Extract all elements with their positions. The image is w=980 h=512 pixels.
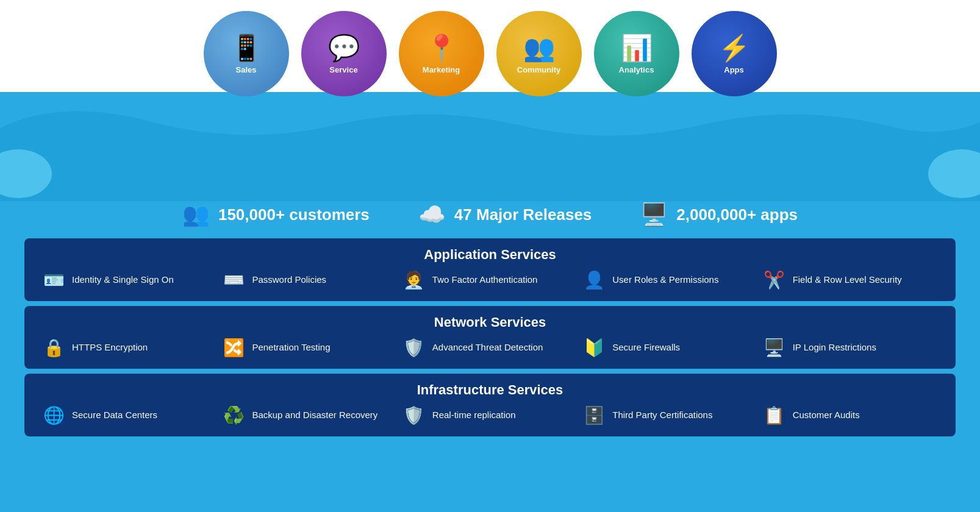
realtime-icon: 🛡️ — [403, 405, 425, 425]
realtime-text: Real-time replication — [432, 409, 516, 421]
https-text: HTTPS Encryption — [72, 341, 148, 354]
circle-sales[interactable]: 📱 Sales — [204, 11, 289, 96]
userroles-text: User Roles & Permissions — [612, 274, 718, 286]
twofactor-text: Two Factor Authentication — [432, 274, 538, 286]
product-circles: 📱 Sales 💬 Service 📍 Marketing 👥 Communit… — [0, 0, 980, 96]
datacenters-item: 🌐 Secure Data Centers — [43, 405, 216, 425]
network-services-title: Network Services — [43, 315, 937, 330]
community-label: Community — [517, 65, 561, 74]
identity-text: Identity & Single Sign On — [72, 274, 174, 286]
audits-icon: 📋 — [764, 405, 785, 425]
iplogin-item: 🖥️ IP Login Restrictions — [764, 338, 937, 358]
threat-text: Advanced Threat Detection — [432, 341, 543, 354]
circle-analytics[interactable]: 📊 Analytics — [594, 11, 679, 96]
firewalls-text: Secure Firewalls — [612, 341, 680, 354]
apps-stat-icon: 🖥️ — [640, 202, 668, 227]
thirdparty-text: Third Party Certifications — [612, 409, 712, 421]
realtime-item: 🛡️ Real-time replication — [403, 405, 577, 425]
userroles-icon: 👤 — [583, 270, 605, 290]
stat-releases: ☁️ 47 Major Releases — [418, 202, 592, 227]
firewalls-icon: 🔰 — [583, 338, 605, 358]
penetration-text: Penetration Testing — [252, 341, 330, 354]
audits-item: 📋 Customer Audits — [764, 405, 937, 425]
infrastructure-services-items: 🌐 Secure Data Centers ♻️ Backup and Disa… — [43, 405, 937, 425]
marketing-label: Marketing — [423, 65, 460, 74]
password-icon: ⌨️ — [223, 270, 245, 290]
thirdparty-item: 🗄️ Third Party Certifications — [583, 405, 757, 425]
sales-label: Sales — [236, 65, 257, 74]
circle-apps[interactable]: ⚡ Apps — [692, 11, 777, 96]
infrastructure-services-panel: Infrastructure Services 🌐 Secure Data Ce… — [24, 374, 956, 436]
circle-service[interactable]: 💬 Service — [301, 11, 387, 96]
customers-icon: 👥 — [182, 202, 210, 227]
infrastructure-services-title: Infrastructure Services — [43, 382, 937, 398]
backup-item: ♻️ Backup and Disaster Recovery — [223, 405, 396, 425]
stats-bar: 👥 150,000+ customers ☁️ 47 Major Release… — [0, 191, 980, 238]
https-item: 🔒 HTTPS Encryption — [43, 338, 216, 358]
service-label: Service — [329, 65, 357, 74]
stat-apps: 🖥️ 2,000,000+ apps — [640, 202, 798, 227]
penetration-icon: 🔀 — [223, 338, 245, 358]
application-services-title: Application Services — [43, 247, 937, 263]
network-services-items: 🔒 HTTPS Encryption 🔀 Penetration Testing… — [43, 338, 937, 358]
identity-item: 🪪 Identity & Single Sign On — [43, 270, 216, 290]
apps-stat-text: 2,000,000+ apps — [676, 205, 798, 224]
circle-marketing[interactable]: 📍 Marketing — [399, 11, 484, 96]
password-text: Password Policies — [252, 274, 326, 286]
datacenters-text: Secure Data Centers — [72, 409, 157, 421]
circle-community[interactable]: 👥 Community — [496, 11, 582, 96]
fieldrow-text: Field & Row Level Security — [793, 274, 902, 286]
backup-icon: ♻️ — [223, 405, 245, 425]
apps-label: Apps — [724, 65, 744, 74]
releases-text: 47 Major Releases — [454, 205, 592, 224]
iplogin-text: IP Login Restrictions — [793, 341, 876, 354]
identity-icon: 🪪 — [43, 270, 65, 290]
network-services-panel: Network Services 🔒 HTTPS Encryption 🔀 Pe… — [24, 306, 956, 369]
application-services-items: 🪪 Identity & Single Sign On ⌨️ Password … — [43, 270, 937, 290]
sales-icon: 📱 — [231, 33, 262, 63]
apps-icon: ⚡ — [718, 33, 750, 63]
service-icon: 💬 — [328, 33, 360, 63]
iplogin-icon: 🖥️ — [764, 338, 785, 358]
firewalls-item: 🔰 Secure Firewalls — [583, 338, 757, 358]
wave-decoration — [0, 79, 980, 201]
fieldrow-icon: ✂️ — [764, 270, 785, 290]
userroles-item: 👤 User Roles & Permissions — [583, 270, 757, 290]
datacenters-icon: 🌐 — [43, 405, 65, 425]
password-item: ⌨️ Password Policies — [223, 270, 396, 290]
panels-container: Application Services 🪪 Identity & Single… — [24, 238, 956, 436]
thirdparty-icon: 🗄️ — [583, 405, 605, 425]
analytics-label: Analytics — [619, 65, 654, 74]
releases-icon: ☁️ — [418, 202, 446, 227]
https-icon: 🔒 — [43, 338, 65, 358]
analytics-icon: 📊 — [621, 33, 653, 63]
fieldrow-item: ✂️ Field & Row Level Security — [764, 270, 937, 290]
threat-icon: 🛡️ — [403, 338, 425, 358]
twofactor-item: 🧑‍💼 Two Factor Authentication — [403, 270, 577, 290]
application-services-panel: Application Services 🪪 Identity & Single… — [24, 238, 956, 301]
backup-text: Backup and Disaster Recovery — [252, 409, 377, 421]
customers-text: 150,000+ customers — [218, 205, 370, 224]
threat-item: 🛡️ Advanced Threat Detection — [403, 338, 577, 358]
stat-customers: 👥 150,000+ customers — [182, 202, 370, 227]
marketing-icon: 📍 — [426, 33, 457, 63]
community-icon: 👥 — [523, 33, 555, 63]
twofactor-icon: 🧑‍💼 — [403, 270, 425, 290]
main-container: 📱 Sales 💬 Service 📍 Marketing 👥 Communit… — [0, 0, 980, 512]
penetration-item: 🔀 Penetration Testing — [223, 338, 396, 358]
audits-text: Customer Audits — [793, 409, 860, 421]
